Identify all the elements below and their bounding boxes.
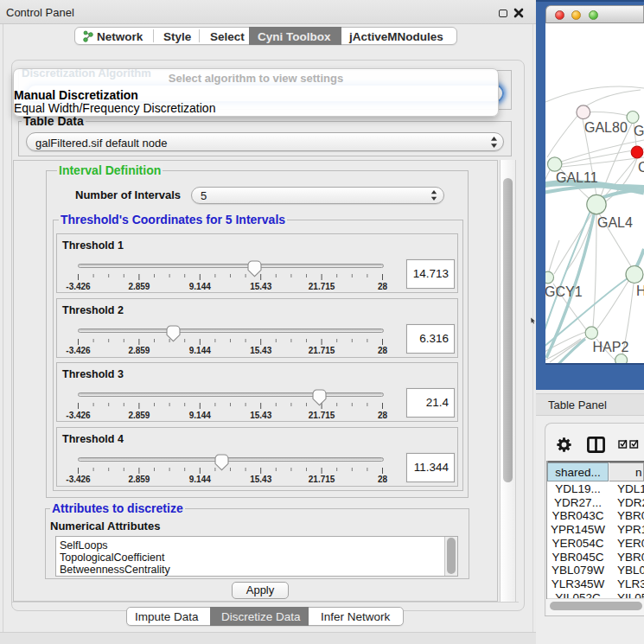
svg-text:GA: GA (634, 124, 644, 138)
svg-text:HAP2: HAP2 (593, 340, 629, 354)
svg-text:GAL11: GAL11 (556, 170, 598, 185)
svg-text:GAL80: GAL80 (584, 120, 628, 135)
svg-text:GCY1: GCY1 (545, 284, 583, 299)
svg-text:C: C (638, 160, 644, 175)
svg-text:GAL4: GAL4 (597, 215, 633, 230)
svg-text:H: H (636, 284, 644, 298)
